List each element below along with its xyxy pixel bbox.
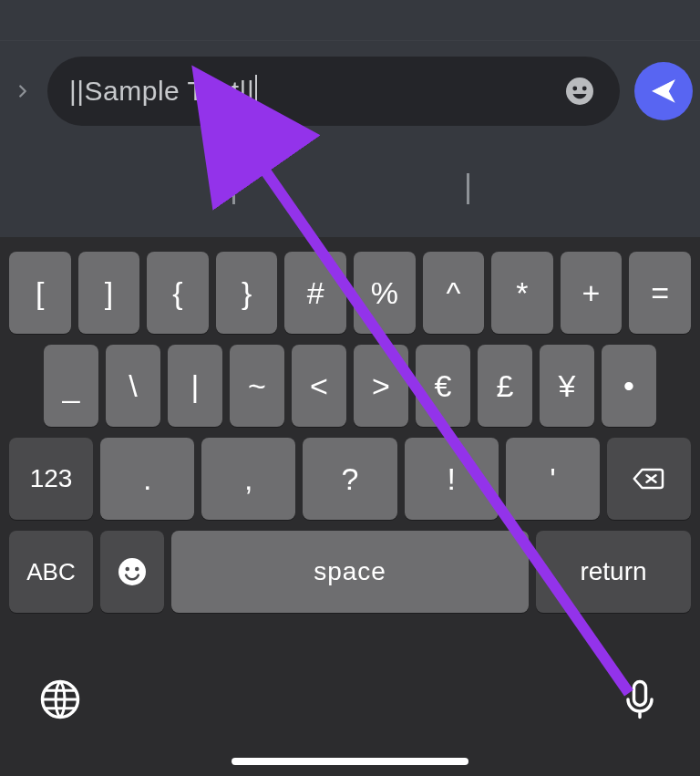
mic-button[interactable] xyxy=(616,676,664,727)
key-equals[interactable]: = xyxy=(629,252,691,334)
key-percent[interactable]: % xyxy=(354,252,416,334)
send-icon xyxy=(648,76,679,107)
key-rbrace[interactable]: } xyxy=(216,252,278,334)
message-input[interactable]: ||Sample Text|| xyxy=(47,57,620,126)
key-lbracket[interactable]: [ xyxy=(9,252,71,334)
emoji-keyboard-icon xyxy=(116,555,149,588)
key-tilde[interactable]: ~ xyxy=(230,345,284,427)
top-divider xyxy=(0,40,700,41)
globe-icon xyxy=(36,676,84,723)
globe-button[interactable] xyxy=(36,676,84,727)
key-pound[interactable]: £ xyxy=(478,345,532,427)
key-yen[interactable]: ¥ xyxy=(540,345,594,427)
emoji-icon xyxy=(563,75,596,108)
message-input-text: ||Sample Text|| xyxy=(69,75,561,108)
home-indicator[interactable] xyxy=(232,758,468,765)
key-pipe[interactable]: | xyxy=(168,345,222,427)
message-input-value: ||Sample Text|| xyxy=(69,76,254,107)
key-comma[interactable]: , xyxy=(201,438,295,520)
chevron-right-icon xyxy=(13,81,33,101)
key-period[interactable]: . xyxy=(100,438,194,520)
key-lt[interactable]: < xyxy=(292,345,346,427)
send-button[interactable] xyxy=(634,62,693,120)
keyboard: [ ] { } # % ^ * + = _ \ | ~ < > € £ ¥ • … xyxy=(0,237,700,776)
key-apostrophe[interactable]: ' xyxy=(506,438,600,520)
key-bullet[interactable]: • xyxy=(602,345,656,427)
svg-point-2 xyxy=(582,87,587,91)
key-question[interactable]: ? xyxy=(303,438,396,520)
selection-handle-left[interactable] xyxy=(232,173,235,204)
key-space[interactable]: space xyxy=(171,531,529,613)
key-euro[interactable]: € xyxy=(416,345,470,427)
svg-point-1 xyxy=(572,87,577,91)
keyboard-row-3: 123 . , ? ! ' xyxy=(0,432,700,525)
autocorrect-handles xyxy=(232,173,469,210)
keyboard-row-4: ABC space return xyxy=(0,525,700,618)
key-lbrace[interactable]: { xyxy=(147,252,209,334)
key-delete[interactable] xyxy=(607,438,691,520)
svg-point-3 xyxy=(118,558,146,585)
key-emoji[interactable] xyxy=(100,531,164,613)
keyboard-row-1: [ ] { } # % ^ * + = xyxy=(0,246,700,339)
message-input-row: ||Sample Text|| xyxy=(0,55,700,128)
keyboard-row-2: _ \ | ~ < > € £ ¥ • xyxy=(0,339,700,432)
mic-icon xyxy=(616,676,664,723)
emoji-button[interactable] xyxy=(561,73,598,109)
key-caret[interactable]: ^ xyxy=(423,252,485,334)
delete-icon xyxy=(631,465,667,492)
key-rbracket[interactable]: ] xyxy=(78,252,140,334)
key-exclaim[interactable]: ! xyxy=(405,438,499,520)
key-return[interactable]: return xyxy=(536,531,691,613)
selection-handle-right[interactable] xyxy=(467,173,469,204)
svg-point-4 xyxy=(126,567,130,572)
expand-input-button[interactable] xyxy=(7,81,44,101)
svg-rect-7 xyxy=(634,682,646,706)
key-hash[interactable]: # xyxy=(284,252,346,334)
key-backslash[interactable]: \ xyxy=(106,345,160,427)
svg-point-0 xyxy=(566,78,593,105)
text-caret xyxy=(255,75,257,108)
svg-point-5 xyxy=(135,567,139,572)
key-gt[interactable]: > xyxy=(354,345,408,427)
key-abc-mode[interactable]: ABC xyxy=(9,531,93,613)
key-asterisk[interactable]: * xyxy=(491,252,553,334)
key-underscore[interactable]: _ xyxy=(44,345,98,427)
key-numeric-mode[interactable]: 123 xyxy=(9,438,93,520)
key-plus[interactable]: + xyxy=(561,252,623,334)
